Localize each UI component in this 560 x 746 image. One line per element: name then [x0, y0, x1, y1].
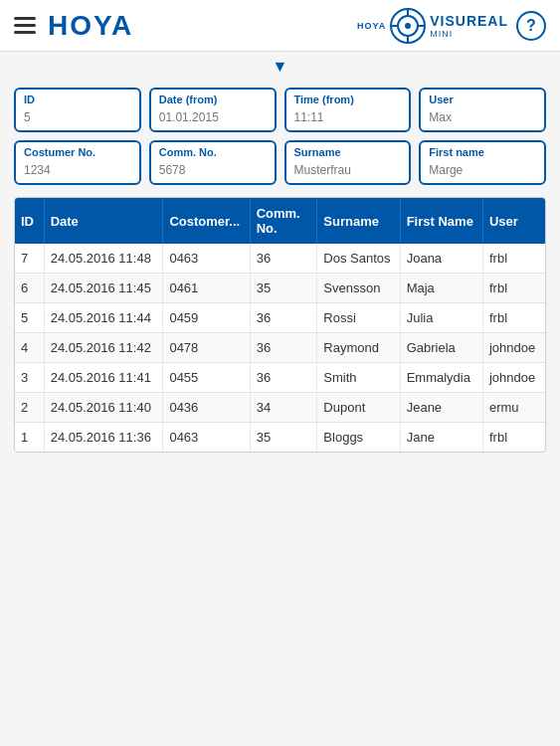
table-row[interactable]: 7 24.05.2016 11:48 0463 36 Dos Santos Jo… [15, 244, 545, 274]
cell-surname: Rossi [317, 303, 400, 333]
cell-date: 24.05.2016 11:48 [44, 244, 163, 274]
svg-point-2 [405, 23, 411, 29]
col-header-firstname[interactable]: First Name [400, 198, 482, 244]
cell-user: johndoe [482, 363, 545, 393]
cell-surname: Smith [317, 363, 400, 393]
cell-surname: Raymond [317, 333, 400, 363]
date-from-filter-field: Date (from) [149, 88, 277, 132]
cell-customer: 0478 [163, 333, 250, 363]
cell-firstname: Jane [400, 423, 482, 453]
cell-comm: 35 [250, 274, 317, 303]
col-header-comm[interactable]: Comm. No. [250, 198, 317, 244]
hamburger-menu-button[interactable] [14, 17, 36, 34]
cell-firstname: Jeane [400, 393, 482, 423]
cell-customer: 0459 [163, 303, 250, 333]
cell-customer: 0436 [163, 393, 250, 423]
cell-firstname: Emmalydia [400, 363, 482, 393]
table-row[interactable]: 5 24.05.2016 11:44 0459 36 Rossi Julia f… [15, 303, 545, 333]
cell-user: johndoe [482, 333, 545, 363]
cell-firstname: Gabriela [400, 333, 482, 363]
cell-firstname: Maja [400, 274, 482, 303]
cell-user: frbl [482, 244, 545, 274]
cell-comm: 36 [250, 244, 317, 274]
cell-date: 24.05.2016 11:45 [44, 274, 163, 303]
cell-comm: 35 [250, 423, 317, 453]
cell-id: 6 [15, 274, 44, 303]
user-filter-input[interactable] [429, 110, 536, 124]
help-button[interactable]: ? [516, 11, 546, 41]
table-row[interactable]: 4 24.05.2016 11:42 0478 36 Raymond Gabri… [15, 333, 545, 363]
cell-user: frbl [482, 303, 545, 333]
firstname-filter-label: First name [429, 146, 536, 158]
cell-id: 5 [15, 303, 44, 333]
cell-date: 24.05.2016 11:36 [44, 423, 163, 453]
data-table-container: ID Date Costomer... Comm. No. Surname Fi… [14, 197, 546, 453]
col-header-surname[interactable]: Surname [317, 198, 400, 244]
comm-no-filter-label: Comm. No. [159, 146, 267, 158]
comm-no-filter-input[interactable] [159, 163, 267, 177]
hoya-logo: HOYA [48, 10, 133, 42]
cell-id: 3 [15, 363, 44, 393]
app-header: HOYA HOYA VISUREAL MINI ? [0, 0, 560, 52]
visureal-logo: HOYA VISUREAL MINI [357, 8, 508, 44]
table-row[interactable]: 1 24.05.2016 11:36 0463 35 Bloggs Jane f… [15, 423, 545, 453]
surname-filter-label: Surname [294, 146, 402, 158]
header-right: HOYA VISUREAL MINI ? [357, 8, 546, 44]
cell-customer: 0463 [163, 423, 250, 453]
id-filter-input[interactable] [24, 110, 131, 124]
customer-no-filter-input[interactable] [24, 163, 131, 177]
cell-user: frbl [482, 423, 545, 453]
data-table: ID Date Costomer... Comm. No. Surname Fi… [15, 198, 545, 452]
cell-user: ermu [482, 393, 545, 423]
col-header-date[interactable]: Date [44, 198, 163, 244]
customer-no-filter-field: Costumer No. [14, 140, 141, 185]
cell-date: 24.05.2016 11:40 [44, 393, 163, 423]
col-header-id[interactable]: ID [15, 198, 44, 244]
table-header-row: ID Date Costomer... Comm. No. Surname Fi… [15, 198, 545, 244]
id-filter-field: ID [14, 88, 141, 132]
cell-firstname: Joana [400, 244, 482, 274]
cell-date: 24.05.2016 11:41 [44, 363, 163, 393]
filter-section: ID Date (from) Time (from) User Costumer… [0, 80, 560, 197]
comm-no-filter-field: Comm. No. [149, 140, 277, 185]
id-filter-label: ID [24, 93, 131, 105]
col-header-customer[interactable]: Costomer... [163, 198, 250, 244]
surname-filter-field: Surname [284, 140, 412, 185]
customer-no-filter-label: Costumer No. [24, 146, 131, 158]
visureal-name-label: VISUREAL [430, 13, 508, 29]
surname-filter-input[interactable] [294, 163, 402, 177]
visureal-hoya-label: HOYA [357, 21, 386, 31]
cell-comm: 34 [250, 393, 317, 423]
date-from-filter-input[interactable] [159, 110, 267, 124]
cell-surname: Bloggs [317, 423, 400, 453]
cell-comm: 36 [250, 333, 317, 363]
firstname-filter-field: First name [419, 140, 546, 185]
header-left: HOYA [14, 10, 133, 42]
visureal-mini-label: MINI [430, 29, 453, 39]
time-from-filter-label: Time (from) [294, 93, 402, 105]
col-header-user[interactable]: User [482, 198, 545, 244]
cell-comm: 36 [250, 303, 317, 333]
cell-customer: 0463 [163, 244, 250, 274]
visureal-circle-icon [390, 8, 426, 44]
time-from-filter-field: Time (from) [284, 88, 412, 132]
chevron-down-icon[interactable]: ▼ [273, 58, 288, 75]
cell-customer: 0461 [163, 274, 250, 303]
table-row[interactable]: 3 24.05.2016 11:41 0455 36 Smith Emmalyd… [15, 363, 545, 393]
user-filter-label: User [429, 93, 536, 105]
table-body: 7 24.05.2016 11:48 0463 36 Dos Santos Jo… [15, 244, 545, 452]
cell-firstname: Julia [400, 303, 482, 333]
chevron-area: ▼ [0, 52, 560, 80]
cell-customer: 0455 [163, 363, 250, 393]
cell-surname: Dos Santos [317, 244, 400, 274]
cell-id: 7 [15, 244, 44, 274]
table-row[interactable]: 6 24.05.2016 11:45 0461 35 Svensson Maja… [15, 274, 545, 303]
cell-id: 1 [15, 423, 44, 453]
cell-date: 24.05.2016 11:42 [44, 333, 163, 363]
cell-surname: Dupont [317, 393, 400, 423]
time-from-filter-input[interactable] [294, 110, 402, 124]
date-from-filter-label: Date (from) [159, 93, 267, 105]
cell-id: 2 [15, 393, 44, 423]
table-row[interactable]: 2 24.05.2016 11:40 0436 34 Dupont Jeane … [15, 393, 545, 423]
firstname-filter-input[interactable] [429, 163, 536, 177]
